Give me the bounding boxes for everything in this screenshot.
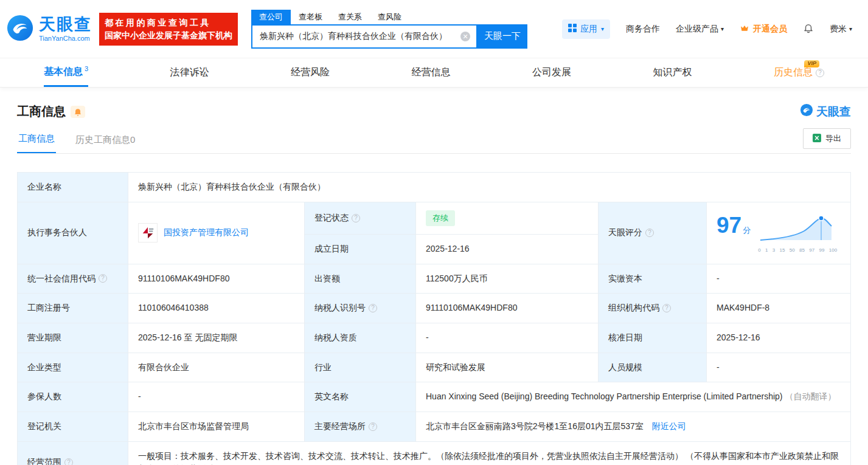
help-icon[interactable] [662,304,671,312]
table-row: 统一社会信用代码 91110106MAK49HDF80 出资额 112500万人… [18,264,851,294]
company-name-label: 企业名称 [18,173,128,202]
tianyancha-watermark-icon [800,103,813,120]
paidin-capital-label: 实缴资本 [599,264,707,294]
promo-banner: 都在用的商业查询工具 国家中小企业发展子基金旗下机构 [99,13,238,46]
status-badge: 存续 [426,210,455,226]
open-vip-label: 开通会员 [753,24,787,35]
registration-number-label: 工商注册号 [18,294,128,323]
help-icon[interactable] [369,422,377,431]
subtab-business-info[interactable]: 工商信息 [17,126,56,153]
apps-grid-icon [568,24,577,34]
promo-line2: 国家中小企业发展子基金旗下机构 [105,29,232,42]
search-tab-relation[interactable]: 查关系 [330,10,370,24]
table-row: 参保人数 - 英文名称 Huan Xinxing Seed (Beijing) … [18,382,851,412]
top-header: 天眼查 TianYanCha.com 都在用的商业查询工具 国家中小企业发展子基… [0,0,868,58]
open-vip-button[interactable]: 开通会员 [740,23,787,35]
company-type-label: 企业类型 [18,353,128,382]
logo-name-en: TianYanCha.com [39,35,92,42]
table-row: 营业期限 2025-12-16 至 无固定期限 纳税人资质 - 核准日期 202… [18,323,851,353]
help-icon[interactable] [352,214,360,222]
table-row: 企业类型 有限合伙企业 行业 研究和试验发展 人员规模 - [18,353,851,382]
tianyancha-watermark: 天眼查 [800,103,851,120]
chevron-down-icon [721,26,724,32]
registration-status-cell: 存续 [416,202,599,234]
english-name-cell: Huan Xinxing Seed (Beijing) Breeding Tec… [416,382,851,412]
tab-intellectual-property[interactable]: 知识产权 [653,58,692,87]
executive-partner-label: 执行事务合伙人 [18,202,128,264]
promo-line1: 都在用的商业查询工具 [105,16,232,29]
apps-label: 应用 [580,24,597,35]
table-row: 登记机关 北京市丰台区市场监督管理局 主要经营场所 北京市丰台区金丽南路3号院2… [18,412,851,441]
search-tab-company[interactable]: 查公司 [251,10,291,24]
english-name-value: Huan Xinxing Seed (Beijing) Breeding Tec… [426,391,783,401]
tab-basic-info-label: 基本信息 [44,66,83,78]
executive-partner-cell: 国投资产管理有限公司 [128,202,305,264]
user-menu[interactable]: 费米 [830,24,852,35]
subtab-history-business-info[interactable]: 历史工商信息0 [74,127,136,153]
help-icon[interactable] [645,229,654,237]
insured-count-value: - [128,382,305,412]
org-code-value: MAK49HDF-8 [707,294,851,323]
founded-date-value: 2025-12-16 [416,234,599,264]
approval-date-value: 2025-12-16 [707,323,851,353]
tab-operating-risk[interactable]: 经营风险 [291,58,330,87]
tab-operating-info[interactable]: 经营信息 [412,58,451,87]
taxpayer-id-label: 纳税人识别号 [305,294,416,323]
nav-enterprise[interactable]: 企业级产品 [676,24,724,35]
business-address-label: 主要经营场所 [305,412,416,441]
tab-history-info[interactable]: VIP 历史信息 [774,58,824,87]
excel-icon [813,134,821,144]
credit-code-value: 91110106MAK49HDF80 [128,264,305,294]
help-icon[interactable] [816,69,824,77]
business-scope-value: 一般项目：技术服务、技术开发、技术咨询、技术交流、技术转让、技术推广。（除依法须… [128,441,851,465]
taxpayer-quality-label: 纳税人资质 [305,323,416,353]
search-box [251,24,477,49]
section-title: 工商信息 [17,103,66,120]
taxpayer-id-value: 91110106MAK49HDF80 [416,294,599,323]
apps-menu[interactable]: 应用 [562,19,610,39]
chevron-down-icon [601,26,604,32]
export-label: 导出 [825,133,841,144]
tab-basic-info-badge: 3 [85,65,88,72]
user-name: 费米 [830,24,847,35]
registry-authority-label: 登记机关 [18,412,128,441]
subscribe-bell-icon[interactable] [71,106,85,118]
tianyancha-watermark-label: 天眼查 [816,104,851,120]
tab-basic-info[interactable]: 基本信息 3 [44,58,88,87]
business-address-value: 北京市丰台区金丽南路3号院2号楼1至16层01内五层537室 [426,421,644,431]
help-icon[interactable] [369,304,377,312]
score-curve-chart: 0131550859799100 [758,214,837,254]
table-row: 工商注册号 110106046410388 纳税人识别号 91110106MAK… [18,294,851,323]
business-info-subtabs: 工商信息 历史工商信息0 导出 [17,126,851,154]
crown-icon [740,23,749,35]
business-info-table: 企业名称 焕新兴种（北京）育种科技合伙企业（有限合伙） 执行事务合伙人 [17,172,851,465]
score-axis: 0131550859799100 [758,247,837,254]
capital-value: 112500万人民币 [416,264,599,294]
founded-date-label: 成立日期 [305,234,416,264]
business-term-label: 营业期限 [18,323,128,353]
notification-bell-icon[interactable] [803,22,814,35]
search-tab-risk[interactable]: 查风险 [370,10,409,24]
search-tab-boss[interactable]: 查老板 [291,10,330,24]
tianyan-score-cell: 97分 0131550859799100 [707,202,851,264]
english-name-note: （自动翻译） [785,391,836,401]
tianyancha-logo[interactable]: 天眼查 TianYanCha.com [6,14,92,44]
partner-company-link[interactable]: 国投资产管理有限公司 [164,226,249,239]
clear-icon[interactable] [460,32,470,41]
help-icon[interactable] [64,458,73,465]
tab-legal-proceedings[interactable]: 法律诉讼 [170,58,209,87]
credit-code-label: 统一社会信用代码 [18,264,128,294]
tab-company-development[interactable]: 公司发展 [532,58,571,87]
company-nav-tabs: 基本信息 3 法律诉讼 经营风险 经营信息 公司发展 知识产权 VIP 历史信息 [0,58,868,88]
industry-value: 研究和试验发展 [416,353,599,382]
nav-cooperation[interactable]: 商务合作 [626,24,660,35]
help-icon[interactable] [99,274,107,283]
industry-label: 行业 [305,353,416,382]
logo-name-cn: 天眼查 [39,16,92,34]
nearby-companies-link[interactable]: 附近公司 [652,421,686,431]
partner-logo [138,223,158,243]
search-input[interactable] [259,31,460,42]
capital-label: 出资额 [305,264,416,294]
export-button[interactable]: 导出 [803,128,851,149]
search-button[interactable]: 天眼一下 [477,24,527,49]
